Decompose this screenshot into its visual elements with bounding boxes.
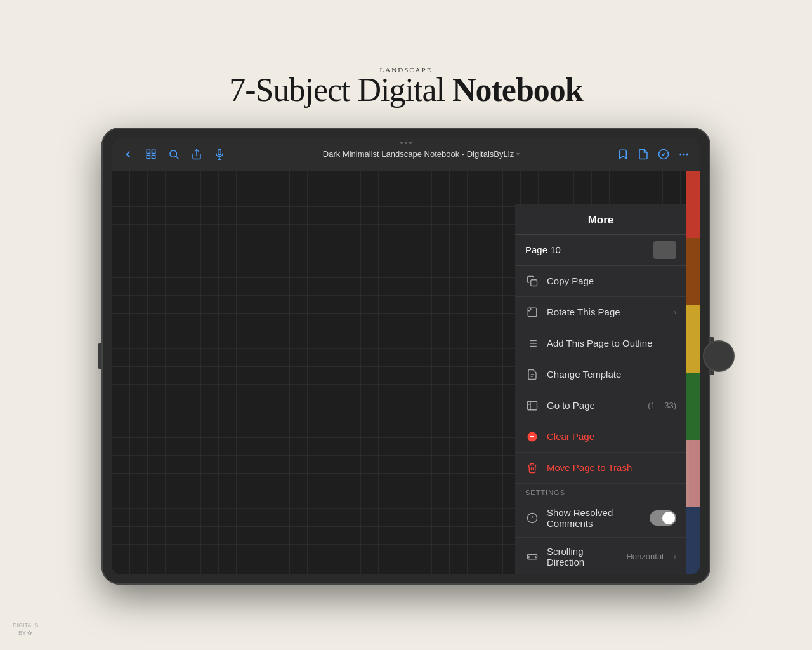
toggle-knob <box>662 512 675 524</box>
outline-icon <box>525 336 539 350</box>
search-button[interactable] <box>165 145 183 163</box>
tablet-device: Dark Minimalist Landscape Notebook - Dig… <box>102 128 710 585</box>
clear-page-icon <box>525 430 539 444</box>
outline-item[interactable]: Add This Page to Outline <box>515 328 686 359</box>
svg-point-4 <box>170 150 177 157</box>
trash-page-icon <box>525 461 539 475</box>
template-label: Change Template <box>547 369 676 380</box>
tab-4[interactable] <box>686 373 700 440</box>
svg-rect-24 <box>528 401 537 410</box>
scroll-direction-label: Scrolling Direction <box>547 546 619 567</box>
trash-page-label: Move Page to Trash <box>547 462 676 473</box>
page-title-area: LANDSCAPE 7-Subject Digital Notebook <box>229 66 583 109</box>
outline-label: Add This Page to Outline <box>547 338 676 348</box>
bookmark-button[interactable] <box>614 145 632 163</box>
tab-3[interactable] <box>686 305 700 373</box>
mic-button[interactable] <box>211 145 228 163</box>
svg-line-5 <box>176 156 178 159</box>
dot-3 <box>409 142 412 144</box>
comments-toggle[interactable] <box>650 510 676 526</box>
document-title[interactable]: Dark Minimalist Landscape Notebook - Dig… <box>233 149 609 159</box>
svg-point-11 <box>679 153 681 155</box>
goto-page-item[interactable]: Go to Page (1 – 33) <box>515 390 686 421</box>
tab-1[interactable] <box>686 171 700 238</box>
svg-rect-14 <box>531 279 537 286</box>
show-comments-label: Show Resolved Comments <box>547 507 642 529</box>
scroll-direction-value: Horizontal <box>626 552 664 561</box>
template-item[interactable]: Change Template <box>515 359 686 390</box>
panel-page-row: Page 10 <box>515 235 686 266</box>
goto-page-icon <box>525 399 539 413</box>
dot-2 <box>405 142 407 144</box>
svg-point-12 <box>683 153 685 155</box>
goto-page-badge: (1 – 33) <box>648 401 676 410</box>
back-button[interactable] <box>119 145 137 163</box>
settings-section-label: SETTINGS <box>515 484 686 499</box>
rotate-page-icon <box>525 305 539 319</box>
grid-view-button[interactable] <box>142 145 160 163</box>
panel-page-thumb <box>653 241 676 259</box>
tablet-screen: Dark Minimalist Landscape Notebook - Dig… <box>112 138 700 574</box>
svg-rect-7 <box>218 149 221 154</box>
template-icon <box>525 368 539 381</box>
copy-page-label: Copy Page <box>547 275 676 286</box>
main-title: 7-Subject Digital Notebook <box>229 71 583 109</box>
top-bar-dots <box>400 142 412 144</box>
toolbar-right <box>614 145 693 163</box>
svg-rect-2 <box>147 155 150 158</box>
svg-rect-1 <box>152 150 155 153</box>
tablet-power-button <box>98 343 102 369</box>
tab-5[interactable] <box>686 440 700 507</box>
check-button[interactable] <box>655 145 672 163</box>
watermark: DIGITALS BY ✿ <box>13 621 38 637</box>
panel-page-label: Page 10 <box>525 244 561 255</box>
svg-rect-15 <box>528 308 537 317</box>
svg-point-13 <box>686 153 688 155</box>
panel-title: More <box>525 214 676 227</box>
export-button[interactable] <box>634 145 652 163</box>
trash-page-item[interactable]: Move Page to Trash <box>515 453 686 484</box>
top-bar: Dark Minimalist Landscape Notebook - Dig… <box>112 138 700 171</box>
svg-rect-0 <box>147 150 150 153</box>
more-button[interactable] <box>675 145 693 163</box>
clear-page-label: Clear Page <box>547 431 676 442</box>
show-comments-item[interactable]: Show Resolved Comments <box>515 499 686 538</box>
content-area: More Page 10 Copy Page <box>112 171 700 574</box>
rotate-page-item[interactable]: Rotate This Page › <box>515 297 686 328</box>
svg-rect-3 <box>152 155 155 158</box>
show-comments-icon <box>525 511 539 525</box>
rotate-page-label: Rotate This Page <box>547 307 666 317</box>
side-tabs <box>686 171 700 574</box>
dot-1 <box>400 142 403 144</box>
share-button[interactable] <box>188 145 206 163</box>
tab-6[interactable] <box>686 507 700 574</box>
scroll-direction-icon <box>525 550 539 564</box>
copy-page-item[interactable]: Copy Page <box>515 266 686 297</box>
panel-header: More <box>515 204 686 235</box>
scroll-direction-item[interactable]: Scrolling Direction Horizontal › <box>515 538 686 574</box>
home-button[interactable] <box>703 340 735 372</box>
copy-page-icon <box>525 274 539 288</box>
goto-page-label: Go to Page <box>547 400 640 411</box>
more-panel: More Page 10 Copy Page <box>515 204 686 574</box>
rotate-page-chevron: › <box>674 308 676 317</box>
tab-2[interactable] <box>686 238 700 305</box>
clear-page-item[interactable]: Clear Page <box>515 421 686 453</box>
scroll-direction-chevron: › <box>674 552 676 561</box>
